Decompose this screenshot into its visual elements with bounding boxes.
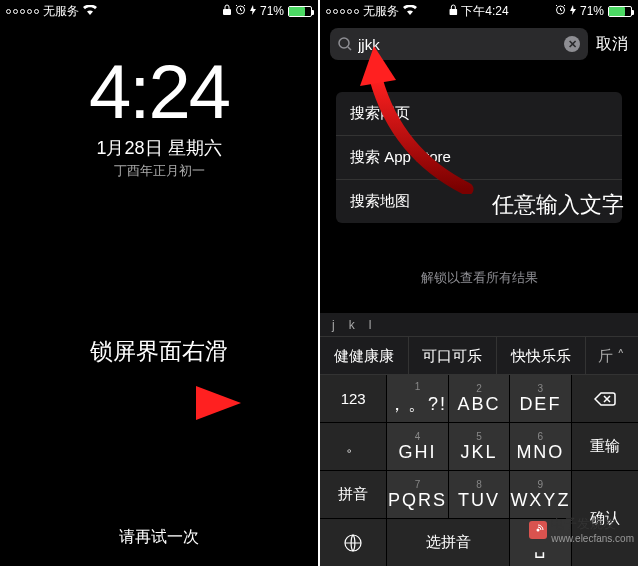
wifi-icon [403,4,417,18]
battery-icon [288,6,312,17]
unlock-hint: 解锁以查看所有结果 [320,269,638,287]
signal-indicator [326,9,359,14]
lock-screen-phone: 无服务 71% 4:24 1月28日 星期六 丁酉年正月初一 锁屏界面右滑 请再… [0,0,318,566]
key-backspace[interactable] [572,375,638,422]
key-6-mno[interactable]: 6MNO [510,423,570,470]
carrier-label: 无服务 [363,3,399,20]
status-time: 下午4:24 [461,3,508,20]
phrase[interactable]: 健健康康 [320,337,409,375]
key-period[interactable]: 。 [320,423,386,470]
phrase[interactable]: 快快乐乐 [497,337,586,375]
key-8-tuv[interactable]: 8TUV [449,471,509,518]
charging-icon [570,4,576,18]
retry-message: 请再试一次 [0,527,318,548]
svg-rect-0 [223,9,231,15]
key-4-ghi[interactable]: 4GHI [387,423,447,470]
alarm-icon [235,4,246,18]
svg-point-4 [339,38,349,48]
candidate-bar: j k l [320,313,638,337]
key-1[interactable]: 1，。?! [387,375,447,422]
watermark-logo-icon [529,521,547,539]
search-screen-phone: 无服务 下午4:24 71% ✕ 取消 搜索网页 [320,0,638,566]
watermark-url: www.elecfans.com [551,533,634,544]
phrase-bar: 健健康康 可口可乐 快快乐乐 斤 ˄ [320,337,638,375]
clock-time: 4:24 [64,54,254,130]
status-bar: 无服务 71% [0,0,318,20]
candidate[interactable]: l [369,318,372,332]
key-2-abc[interactable]: 2ABC [449,375,509,422]
candidate[interactable]: j [332,318,335,332]
key-9-wxyz[interactable]: 9WXYZ [510,471,570,518]
lock-clock: 4:24 1月28日 星期六 丁酉年正月初一 [64,54,254,180]
svg-point-6 [537,528,540,531]
key-retype[interactable]: 重输 [572,423,638,470]
key-5-jkl[interactable]: 5JKL [449,423,509,470]
lock-instruction: 锁屏界面右滑 [0,336,318,367]
status-bar: 无服务 下午4:24 71% [320,0,638,20]
svg-rect-2 [449,9,457,15]
wifi-icon [83,4,97,18]
phrase[interactable]: 可口可乐 [409,337,498,375]
battery-percent: 71% [580,4,604,18]
cancel-button[interactable]: 取消 [596,34,628,55]
red-arrow-right [46,378,246,428]
annotation-text: 任意输入文字 [492,190,624,220]
clock-lunar: 丁酉年正月初一 [64,162,254,180]
key-123[interactable]: 123 [320,375,386,422]
battery-percent: 71% [260,4,284,18]
signal-indicator [6,9,39,14]
clock-date: 1月28日 星期六 [64,136,254,160]
key-globe[interactable] [320,519,386,566]
key-7-pqrs[interactable]: 7PQRS [387,471,447,518]
battery-icon [608,6,632,17]
phrase-more[interactable]: 斤 ˄ [586,337,639,375]
alarm-icon [555,4,566,18]
lock-icon [449,4,457,18]
watermark-text: 电子发烧友 [551,515,634,533]
key-pinyin[interactable]: 拼音 [320,471,386,518]
candidate[interactable]: k [349,318,355,332]
clear-button[interactable]: ✕ [564,36,580,52]
watermark: 电子发烧友 www.elecfans.com [529,515,634,544]
lock-icon [223,4,231,18]
key-3-def[interactable]: 3DEF [510,375,570,422]
charging-icon [250,4,256,18]
red-arrow-to-search [352,44,482,194]
search-icon [338,37,352,51]
carrier-label: 无服务 [43,3,79,20]
key-select-pinyin[interactable]: 选拼音 [387,519,509,566]
